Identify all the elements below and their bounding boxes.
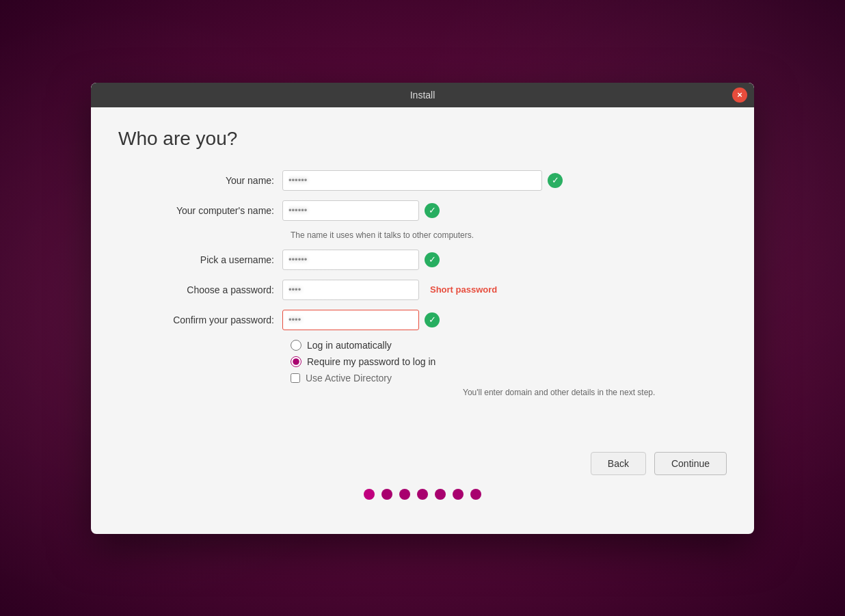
auto-login-label[interactable]: Log in automatically: [307, 340, 392, 351]
window-title: Install: [410, 90, 435, 101]
computer-name-input[interactable]: [282, 200, 419, 221]
require-password-option: Require my password to log in: [291, 356, 727, 367]
login-options-group: Log in automatically Require my password…: [291, 340, 727, 367]
computer-name-row: Your computer's name: ✓: [118, 200, 727, 221]
progress-dot-4: [417, 489, 428, 500]
ad-hint-text: You'll enter domain and other details in…: [463, 388, 727, 397]
your-name-input-wrapper: ✓: [282, 170, 563, 191]
progress-dot-5: [435, 489, 446, 500]
progress-dot-6: [453, 489, 464, 500]
username-input-wrapper: ✓: [282, 250, 440, 270]
confirm-password-check-icon: ✓: [425, 312, 440, 327]
progress-dot-2: [381, 489, 392, 500]
require-password-radio[interactable]: [291, 356, 301, 367]
username-input[interactable]: [282, 250, 419, 270]
page-title: Who are you?: [118, 128, 727, 150]
confirm-password-row: Confirm your password: ✓: [118, 310, 727, 330]
auto-login-option: Log in automatically: [291, 340, 727, 351]
close-button[interactable]: ×: [732, 88, 747, 103]
username-label: Pick a username:: [118, 254, 282, 265]
password-input-wrapper: Short password: [282, 280, 497, 300]
progress-dots: [118, 489, 727, 513]
button-row: Back Continue: [118, 452, 727, 475]
computer-name-input-wrapper: ✓: [282, 200, 440, 221]
your-name-input[interactable]: [282, 170, 542, 191]
require-password-label[interactable]: Require my password to log in: [307, 356, 435, 367]
password-row: Choose a password: Short password: [118, 280, 727, 300]
continue-button[interactable]: Continue: [654, 452, 727, 475]
computer-name-hint: The name it uses when it talks to other …: [291, 230, 727, 240]
your-name-check-icon: ✓: [548, 173, 563, 188]
active-directory-group: Use Active Directory You'll enter domain…: [291, 373, 727, 397]
bottom-section: Back Continue: [118, 452, 727, 513]
password-error-text: Short password: [430, 284, 497, 295]
form-area: Your name: ✓ Your computer's name: ✓ The…: [118, 170, 727, 438]
your-name-label: Your name:: [118, 175, 282, 186]
progress-dot-1: [364, 489, 375, 500]
confirm-password-label: Confirm your password:: [118, 314, 282, 325]
password-input[interactable]: [282, 280, 419, 300]
use-ad-checkbox[interactable]: [291, 373, 300, 383]
use-ad-option: Use Active Directory: [291, 373, 727, 384]
use-ad-label[interactable]: Use Active Directory: [306, 373, 392, 384]
progress-dot-7: [470, 489, 481, 500]
username-row: Pick a username: ✓: [118, 250, 727, 270]
back-button[interactable]: Back: [591, 452, 646, 475]
titlebar: Install ×: [91, 83, 754, 107]
confirm-password-input-wrapper: ✓: [282, 310, 440, 330]
your-name-row: Your name: ✓: [118, 170, 727, 191]
progress-dot-3: [399, 489, 410, 500]
computer-name-label: Your computer's name:: [118, 205, 282, 216]
confirm-password-input[interactable]: [282, 310, 419, 330]
content-area: Who are you? Your name: ✓ Your computer'…: [91, 107, 754, 534]
username-check-icon: ✓: [425, 252, 440, 267]
password-label: Choose a password:: [118, 284, 282, 295]
installer-window: Install × Who are you? Your name: ✓ Your…: [91, 83, 754, 534]
computer-name-check-icon: ✓: [425, 203, 440, 218]
auto-login-radio[interactable]: [291, 340, 301, 351]
